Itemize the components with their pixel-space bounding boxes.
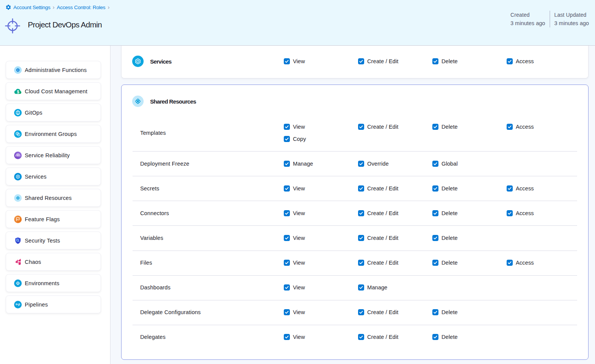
svg-text:$: $ <box>17 89 19 94</box>
